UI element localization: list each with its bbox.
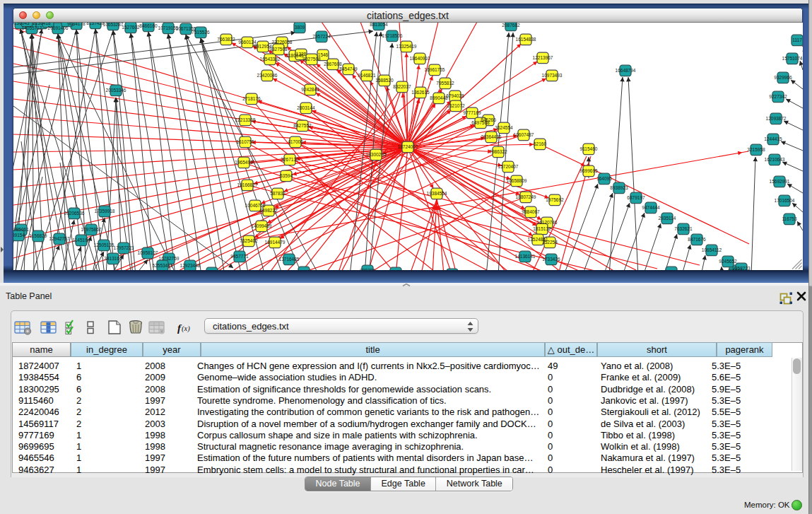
- svg-text:985061: 985061: [13, 227, 29, 232]
- svg-text:9474444: 9474444: [642, 205, 660, 210]
- svg-text:2935114: 2935114: [659, 216, 676, 221]
- svg-text:9457771: 9457771: [230, 254, 249, 259]
- svg-text:9327508: 9327508: [302, 57, 321, 62]
- svg-text:8471676: 8471676: [688, 237, 706, 242]
- svg-text:417006: 417006: [288, 139, 303, 144]
- svg-text:1588520: 1588520: [375, 78, 394, 83]
- svg-text:18300295: 18300295: [366, 152, 387, 157]
- svg-text:2087682: 2087682: [502, 23, 520, 28]
- svg-text:13325419: 13325419: [396, 44, 417, 49]
- svg-text:1610755: 1610755: [236, 139, 254, 144]
- svg-text:13716485: 13716485: [279, 257, 300, 262]
- svg-text:9358223: 9358223: [732, 266, 751, 270]
- svg-text:8466160: 8466160: [139, 23, 158, 28]
- svg-text:7663822: 7663822: [217, 37, 235, 42]
- svg-text:14099489: 14099489: [252, 223, 272, 228]
- svg-text:7957224: 7957224: [312, 34, 331, 39]
- svg-text:7986322: 7986322: [489, 149, 507, 154]
- svg-text:2867608: 2867608: [324, 62, 342, 66]
- svg-text:2718176: 2718176: [242, 96, 261, 101]
- svg-text:8813054: 8813054: [370, 23, 388, 27]
- svg-text:9327508: 9327508: [269, 47, 288, 52]
- svg-text:9777169: 9777169: [463, 110, 481, 115]
- svg-text:6497568: 6497568: [471, 120, 490, 125]
- svg-text:14055712: 14055712: [22, 25, 42, 30]
- svg-text:(x): (x): [182, 325, 190, 333]
- svg-text:3624554: 3624554: [495, 125, 513, 130]
- svg-text:1621072: 1621072: [447, 103, 465, 108]
- svg-text:16120746: 16120746: [537, 220, 558, 225]
- svg-text:16543382: 16543382: [260, 57, 281, 62]
- svg-text:10654112: 10654112: [702, 247, 722, 252]
- svg-text:16961755: 16961755: [425, 67, 445, 72]
- svg-text:23226058: 23226058: [272, 40, 293, 45]
- svg-text:62160: 62160: [534, 141, 546, 146]
- svg-text:16914479: 16914479: [265, 240, 286, 245]
- svg-text:16210643: 16210643: [765, 157, 785, 162]
- svg-text:6794028: 6794028: [446, 93, 464, 98]
- svg-text:16648794: 16648794: [616, 68, 636, 73]
- svg-text:12923448: 12923448: [180, 263, 201, 268]
- svg-text:9699695: 9699695: [579, 168, 598, 173]
- svg-text:8137428: 8137428: [86, 23, 105, 25]
- svg-text:9242843: 9242843: [301, 87, 319, 92]
- svg-text:20053346: 20053346: [106, 88, 126, 93]
- svg-text:1156829: 1156829: [30, 233, 47, 238]
- svg-text:12505135: 12505135: [94, 243, 114, 247]
- svg-text:19384554: 19384554: [427, 191, 447, 196]
- svg-text:1965498: 1965498: [235, 160, 253, 165]
- svg-text:7515526: 7515526: [192, 30, 210, 35]
- svg-text:39154: 39154: [13, 233, 25, 238]
- svg-text:15720407: 15720407: [498, 164, 519, 169]
- svg-text:19166827: 19166827: [237, 182, 258, 187]
- svg-text:17957223: 17957223: [114, 245, 134, 250]
- svg-text:23420046: 23420046: [257, 73, 278, 78]
- svg-text:7955812: 7955812: [436, 81, 454, 86]
- svg-text:2803144: 2803144: [297, 105, 315, 110]
- svg-text:94078161: 94078161: [661, 269, 682, 270]
- svg-text:17016504: 17016504: [775, 198, 795, 203]
- svg-text:8454749: 8454749: [339, 66, 358, 71]
- svg-text:587832: 587832: [270, 191, 286, 196]
- svg-text:10046766: 10046766: [245, 203, 266, 208]
- svg-text:7625402: 7625402: [240, 238, 258, 243]
- svg-text:12093872: 12093872: [766, 116, 787, 121]
- svg-text:8990448: 8990448: [430, 95, 448, 100]
- svg-text:20691406: 20691406: [48, 25, 69, 30]
- svg-text:1328: 1328: [296, 52, 307, 57]
- svg-text:17359918: 17359918: [95, 209, 115, 214]
- svg-text:10973493: 10973493: [542, 73, 563, 78]
- svg-text:9227342: 9227342: [769, 94, 787, 99]
- svg-text:16154838: 16154838: [516, 37, 536, 42]
- svg-text:8427552: 8427552: [293, 123, 312, 128]
- svg-text:1527602: 1527602: [122, 25, 140, 30]
- svg-text:1244415: 1244415: [764, 136, 782, 141]
- svg-text:20206536: 20206536: [64, 211, 85, 216]
- svg-text:9884067: 9884067: [522, 209, 540, 214]
- svg-text:9146821: 9146821: [358, 73, 376, 78]
- svg-text:12213368: 12213368: [235, 117, 256, 122]
- svg-text:3215958: 3215958: [747, 147, 765, 152]
- svg-text:9245652: 9245652: [719, 259, 737, 264]
- svg-text:7632621: 7632621: [674, 226, 693, 231]
- svg-text:20364436: 20364436: [481, 134, 502, 139]
- svg-text:1815132: 1815132: [533, 226, 551, 231]
- svg-text:8938923: 8938923: [610, 185, 628, 190]
- svg-text:10658809: 10658809: [507, 178, 527, 183]
- svg-text:15692991: 15692991: [770, 179, 790, 184]
- svg-text:3413164: 3413164: [104, 256, 122, 261]
- svg-text:10607487: 10607487: [514, 132, 534, 137]
- svg-text:4498222: 4498222: [259, 208, 278, 213]
- svg-text:3809: 3809: [295, 25, 305, 30]
- svg-text:18807249: 18807249: [516, 194, 536, 199]
- svg-text:1733426: 1733426: [542, 257, 560, 262]
- svg-text:18724007: 18724007: [398, 144, 418, 149]
- svg-text:10975867: 10975867: [81, 227, 102, 232]
- svg-text:1117: 1117: [792, 37, 802, 42]
- svg-text:116753: 116753: [782, 216, 797, 221]
- svg-text:10653287: 10653287: [103, 23, 124, 27]
- svg-text:8322037: 8322037: [393, 84, 411, 89]
- svg-text:12213967: 12213967: [533, 55, 553, 60]
- svg-text:9600133: 9600133: [295, 269, 313, 270]
- svg-text:908386: 908386: [360, 268, 375, 270]
